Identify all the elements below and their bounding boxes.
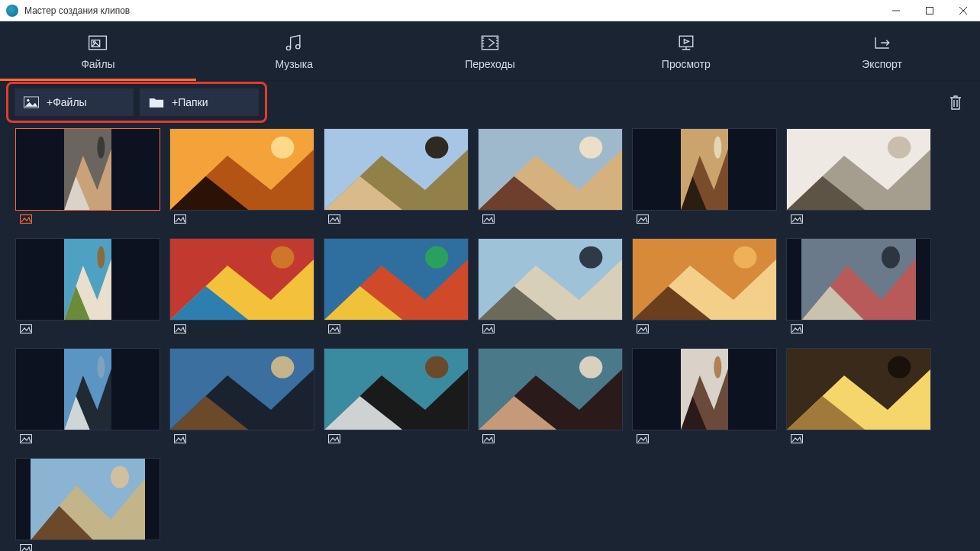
thumbnail-image (64, 128, 111, 211)
gallery-tile[interactable] (478, 348, 623, 447)
svg-point-13 (97, 137, 105, 159)
gallery-tile[interactable] (15, 348, 160, 447)
svg-point-23 (425, 137, 448, 159)
svg-point-28 (579, 137, 602, 159)
thumbnail (786, 238, 931, 321)
minimize-button[interactable] (879, 0, 913, 21)
thumbnail (169, 128, 314, 211)
image-type-icon (328, 214, 340, 224)
maximize-icon (926, 7, 933, 14)
svg-point-38 (888, 137, 911, 159)
tab-label: Просмотр (662, 58, 711, 70)
image-type-icon (20, 324, 32, 334)
gallery-tile[interactable] (786, 128, 931, 227)
thumbnail-type-strip (478, 321, 623, 337)
thumbnail-image (478, 128, 623, 211)
thumbnail-image (786, 348, 931, 430)
trash-icon[interactable] (948, 94, 963, 111)
gallery-scroll[interactable] (0, 124, 980, 551)
svg-rect-0 (927, 7, 933, 14)
window-title: Мастер создания клипов (24, 5, 130, 16)
thumbnail-image (169, 238, 314, 321)
transitions-icon (479, 32, 501, 53)
gallery-tile[interactable] (632, 238, 777, 337)
thumbnail-image (169, 128, 314, 211)
svg-point-9 (27, 99, 29, 102)
add-folders-label: +Папки (172, 96, 208, 108)
thumbnail-type-strip (632, 321, 777, 337)
gallery (15, 128, 965, 551)
thumbnail-type-strip (169, 211, 314, 227)
gallery-tile[interactable] (786, 348, 931, 447)
image-type-icon (174, 324, 186, 334)
image-type-icon (20, 214, 32, 224)
svg-point-58 (579, 246, 602, 269)
svg-point-73 (97, 356, 105, 379)
tab-files[interactable]: Файлы (0, 21, 196, 80)
image-type-icon (328, 324, 340, 334)
gallery-tile[interactable] (169, 348, 314, 447)
svg-point-98 (888, 356, 911, 379)
gallery-tile[interactable] (632, 128, 777, 227)
gallery-tile[interactable] (786, 238, 931, 337)
image-type-icon (20, 434, 32, 443)
svg-point-63 (733, 246, 756, 269)
svg-point-68 (882, 246, 900, 269)
image-type-icon (174, 434, 186, 443)
thumbnail-image (169, 348, 314, 430)
image-type-icon (637, 324, 649, 334)
files-icon (87, 32, 108, 53)
close-button[interactable] (946, 0, 980, 21)
image-type-icon (637, 434, 649, 443)
thumbnail-type-strip (632, 430, 777, 447)
music-icon (283, 32, 305, 53)
maximize-button[interactable] (913, 0, 946, 21)
gallery-tile[interactable] (324, 238, 469, 337)
add-folders-button[interactable]: +Папки (140, 89, 259, 116)
svg-point-5 (296, 44, 300, 48)
tab-transitions[interactable]: Переходы (392, 21, 588, 80)
image-type-icon (482, 434, 495, 443)
svg-rect-7 (679, 36, 693, 47)
tab-export[interactable]: Экспорт (784, 21, 980, 80)
gallery-tile[interactable] (15, 238, 160, 337)
thumbnail (324, 128, 469, 211)
thumbnail (15, 128, 160, 211)
tab-label: Файлы (81, 58, 114, 70)
svg-point-78 (271, 356, 294, 379)
gallery-tile[interactable] (478, 238, 623, 337)
gallery-tile[interactable] (632, 348, 777, 447)
app-body: Файлы Музыка Переходы Просмотр Экспорт (0, 21, 980, 551)
tab-label: Переходы (465, 58, 515, 70)
thumbnail-type-strip (15, 430, 160, 447)
image-type-icon (791, 324, 803, 334)
app-window: Мастер создания клипов Файлы Музыка Пере (0, 0, 980, 551)
tab-preview[interactable]: Просмотр (588, 21, 784, 80)
add-files-label: +Файлы (47, 96, 87, 108)
tab-music[interactable]: Музыка (196, 21, 392, 80)
gallery-tile[interactable] (169, 238, 314, 337)
svg-point-18 (271, 137, 294, 159)
gallery-tile[interactable] (169, 128, 314, 227)
minimize-icon (892, 7, 900, 14)
thumbnail (169, 238, 314, 321)
image-type-icon (791, 434, 803, 443)
thumbnail-type-strip (169, 430, 314, 447)
gallery-tile[interactable] (15, 128, 160, 227)
svg-point-4 (287, 46, 291, 50)
image-type-icon (328, 434, 340, 443)
svg-point-88 (579, 356, 602, 379)
thumbnail (632, 238, 777, 321)
thumbnail-type-strip (478, 430, 623, 447)
svg-point-93 (714, 356, 721, 379)
thumbnail (169, 348, 314, 430)
gallery-tile[interactable] (478, 128, 623, 227)
add-files-button[interactable]: +Файлы (15, 89, 134, 116)
svg-point-43 (97, 246, 105, 269)
gallery-tile[interactable] (324, 348, 469, 447)
thumbnail-image (786, 128, 931, 211)
gallery-tile[interactable] (15, 458, 160, 551)
image-type-icon (174, 214, 186, 224)
gallery-tile[interactable] (324, 128, 469, 227)
thumbnail-type-strip (324, 321, 469, 337)
